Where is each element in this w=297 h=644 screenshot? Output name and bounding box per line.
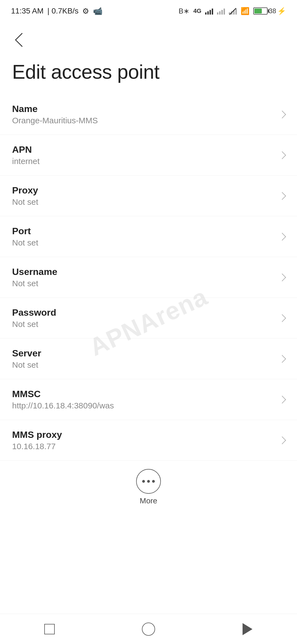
more-button-area: More: [0, 461, 297, 511]
chevron-right-icon: [278, 436, 286, 444]
settings-item-value: Not set: [12, 320, 274, 329]
nav-recents-button[interactable]: [37, 617, 62, 642]
settings-item-content: Server Not set: [12, 348, 274, 370]
wifi-icon: 📶: [241, 7, 249, 15]
chevron-right-icon: [278, 151, 286, 159]
nav-home-button[interactable]: [136, 617, 161, 642]
recents-icon: [44, 624, 55, 634]
speed-display: | 0.7KB/s: [47, 7, 78, 15]
settings-item[interactable]: Password Not set: [0, 298, 297, 339]
4g-icon: 4G: [193, 7, 201, 15]
settings-item-label: MMS proxy: [12, 429, 274, 440]
settings-item-content: Proxy Not set: [12, 185, 274, 207]
settings-item[interactable]: Name Orange-Mauritius-MMS: [0, 94, 297, 135]
settings-item[interactable]: MMS proxy 10.16.18.77: [0, 420, 297, 461]
settings-item-value: 10.16.18.77: [12, 442, 274, 451]
time-display: 11:35 AM: [11, 7, 43, 15]
top-nav: [0, 22, 297, 52]
chevron-right-icon: [278, 314, 286, 322]
settings-item-content: Username Not set: [12, 266, 274, 288]
settings-item-label: Port: [12, 226, 274, 236]
bluetooth-icon: B∗: [179, 7, 189, 15]
back-button[interactable]: [11, 30, 30, 50]
bottom-nav: [0, 614, 297, 644]
home-icon: [142, 623, 155, 636]
more-label: More: [140, 496, 157, 505]
settings-item[interactable]: MMSC http://10.16.18.4:38090/was: [0, 379, 297, 420]
back-arrow-icon: [15, 33, 29, 47]
chevron-right-icon: [278, 395, 286, 403]
camera-icon: 📹: [93, 7, 103, 16]
settings-item-content: MMSC http://10.16.18.4:38090/was: [12, 389, 274, 410]
settings-item-label: Password: [12, 307, 274, 318]
page-title: Edit access point: [0, 52, 297, 94]
settings-icon: ⚙: [82, 7, 89, 16]
settings-item-value: Orange-Mauritius-MMS: [12, 116, 274, 125]
settings-list: Name Orange-Mauritius-MMS APN internet P…: [0, 94, 297, 461]
more-button[interactable]: [136, 469, 161, 494]
settings-item-label: Server: [12, 348, 274, 359]
settings-item[interactable]: Server Not set: [0, 339, 297, 379]
status-bar-right: B∗ 4G 📶 38 ⚡: [179, 7, 286, 15]
settings-item-value: Not set: [12, 197, 274, 207]
back-icon: [243, 623, 252, 635]
battery-indicator: 38 ⚡: [253, 7, 286, 15]
status-bar: 11:35 AM | 0.7KB/s ⚙ 📹 B∗ 4G 📶: [0, 0, 297, 22]
settings-item-label: Name: [12, 103, 274, 114]
settings-item-label: Proxy: [12, 185, 274, 196]
settings-item-label: APN: [12, 144, 274, 155]
settings-item-label: MMSC: [12, 389, 274, 399]
settings-item-value: Not set: [12, 360, 274, 370]
chevron-right-icon: [278, 110, 286, 118]
settings-item-content: Port Not set: [12, 226, 274, 247]
settings-item-value: http://10.16.18.4:38090/was: [12, 401, 274, 410]
settings-item[interactable]: Proxy Not set: [0, 176, 297, 216]
signal-bars-crossed: [229, 7, 237, 15]
settings-item-content: Password Not set: [12, 307, 274, 329]
settings-item-label: Username: [12, 266, 274, 277]
signal-bars-2: [217, 7, 225, 15]
settings-item[interactable]: APN internet: [0, 135, 297, 176]
settings-item[interactable]: Port Not set: [0, 216, 297, 257]
chevron-right-icon: [278, 273, 286, 281]
settings-item-content: APN internet: [12, 144, 274, 166]
settings-item-value: internet: [12, 157, 274, 166]
chevron-right-icon: [278, 233, 286, 240]
settings-item-value: Not set: [12, 238, 274, 247]
status-bar-left: 11:35 AM | 0.7KB/s ⚙ 📹: [11, 7, 103, 16]
settings-item-content: Name Orange-Mauritius-MMS: [12, 103, 274, 125]
settings-item-value: Not set: [12, 279, 274, 288]
chevron-right-icon: [278, 355, 286, 362]
settings-item[interactable]: Username Not set: [0, 257, 297, 298]
chevron-right-icon: [278, 192, 286, 200]
nav-back-button[interactable]: [235, 617, 260, 642]
more-dots-icon: [142, 480, 155, 483]
settings-item-content: MMS proxy 10.16.18.77: [12, 429, 274, 451]
signal-bars-1: [205, 7, 213, 15]
